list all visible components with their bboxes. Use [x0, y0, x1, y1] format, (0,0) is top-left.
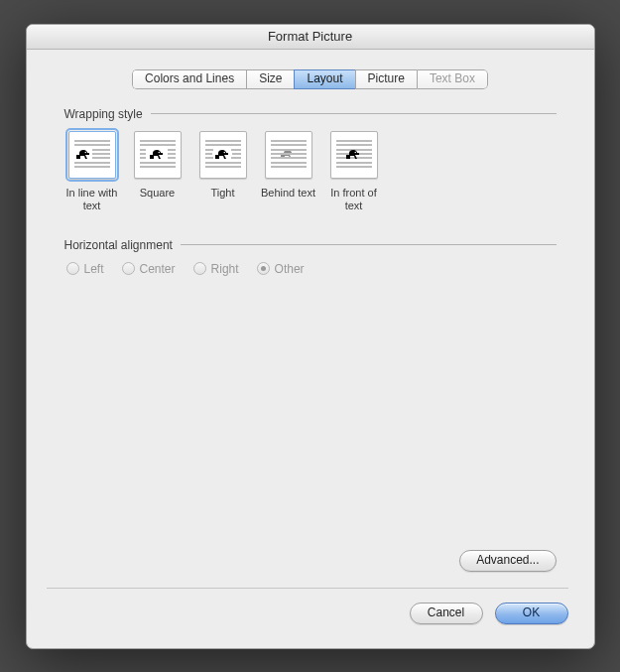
- svg-rect-15: [140, 162, 176, 164]
- tab-picture[interactable]: Picture: [355, 69, 417, 89]
- wrap-option-square[interactable]: Square: [130, 131, 186, 212]
- svg-rect-8: [140, 144, 176, 146]
- tab-layout[interactable]: Layout: [294, 69, 354, 89]
- advanced-button[interactable]: Advanced...: [459, 550, 556, 572]
- svg-rect-13: [168, 153, 176, 155]
- svg-rect-7: [140, 140, 176, 142]
- wrapping-style-title: Wrapping style: [64, 107, 143, 121]
- wrap-option-label: Tight: [210, 187, 234, 212]
- divider: [151, 113, 557, 114]
- svg-rect-2: [92, 149, 110, 151]
- svg-rect-17: [205, 140, 241, 142]
- align-left-radio: Left: [66, 262, 104, 276]
- svg-rect-38: [336, 157, 372, 159]
- align-right-radio: Right: [193, 262, 239, 276]
- wrap-front-icon: [330, 131, 378, 179]
- tab-size[interactable]: Size: [246, 69, 294, 89]
- wrap-option-behind[interactable]: Behind text: [261, 131, 316, 212]
- wrap-square-icon: [134, 131, 182, 179]
- dialog-footer: Cancel OK: [47, 588, 568, 624]
- tab-text-box: Text Box: [417, 69, 488, 89]
- radio-label: Right: [211, 262, 239, 276]
- wrap-option-in-front[interactable]: In front of text: [326, 131, 382, 212]
- titlebar: Format Picture: [27, 25, 594, 50]
- align-center-radio: Center: [122, 262, 176, 276]
- tab-colors-and-lines[interactable]: Colors and Lines: [132, 69, 246, 89]
- wrap-tight-icon: [199, 131, 247, 179]
- wrap-behind-icon: [265, 131, 312, 179]
- wrap-option-label: Square: [140, 187, 175, 212]
- align-other-radio: Other: [257, 262, 305, 276]
- svg-rect-5: [74, 162, 110, 164]
- svg-rect-1: [74, 144, 110, 146]
- wrap-option-label: In front of text: [326, 187, 382, 212]
- radio-label: Left: [84, 262, 104, 276]
- svg-rect-11: [140, 157, 146, 159]
- dialog-content: Colors and Lines Size Layout Picture Tex…: [27, 50, 594, 648]
- svg-rect-19: [205, 149, 213, 151]
- svg-rect-0: [74, 140, 110, 142]
- svg-rect-28: [271, 144, 307, 146]
- svg-rect-23: [232, 153, 241, 155]
- svg-rect-16: [140, 166, 176, 168]
- svg-rect-26: [205, 166, 241, 168]
- radio-label: Other: [275, 262, 305, 276]
- radio-label: Center: [140, 262, 176, 276]
- svg-rect-18: [205, 144, 241, 146]
- svg-rect-25: [205, 162, 241, 164]
- wrap-inline-icon: [68, 131, 116, 179]
- divider: [181, 244, 557, 245]
- svg-rect-3: [92, 153, 110, 155]
- radio-icon: [66, 262, 79, 275]
- svg-rect-34: [336, 140, 372, 142]
- cancel-button[interactable]: Cancel: [410, 603, 483, 624]
- window-title: Format Picture: [268, 29, 352, 44]
- svg-rect-30: [271, 153, 307, 155]
- wrapping-style-group: Wrapping style: [64, 107, 557, 238]
- svg-rect-29: [271, 149, 307, 151]
- svg-rect-27: [271, 140, 307, 142]
- ok-button[interactable]: OK: [495, 603, 568, 624]
- svg-rect-39: [336, 162, 372, 164]
- format-picture-dialog: Format Picture Colors and Lines Size Lay…: [26, 24, 595, 649]
- svg-rect-10: [140, 153, 146, 155]
- wrap-option-label: In line with text: [64, 187, 120, 212]
- tab-bar: Colors and Lines Size Layout Picture Tex…: [47, 69, 574, 89]
- svg-rect-24: [231, 157, 241, 159]
- horizontal-alignment-group: Horizontal alignment Left Center Right: [64, 238, 557, 276]
- svg-rect-35: [336, 144, 372, 146]
- svg-rect-12: [168, 149, 176, 151]
- svg-rect-14: [168, 157, 176, 159]
- wrap-option-tight[interactable]: Tight: [195, 131, 251, 212]
- radio-icon: [257, 262, 270, 275]
- svg-rect-32: [271, 162, 307, 164]
- svg-rect-6: [74, 166, 110, 168]
- wrap-option-inline[interactable]: In line with text: [64, 131, 120, 212]
- svg-rect-9: [140, 149, 146, 151]
- svg-rect-21: [205, 157, 213, 159]
- radio-icon: [193, 262, 206, 275]
- svg-rect-31: [271, 157, 307, 159]
- radio-icon: [122, 262, 135, 275]
- svg-rect-40: [336, 166, 372, 168]
- wrap-option-label: Behind text: [261, 187, 315, 212]
- svg-rect-20: [205, 153, 212, 155]
- svg-rect-33: [271, 166, 307, 168]
- horizontal-alignment-title: Horizontal alignment: [64, 238, 173, 252]
- svg-rect-4: [92, 157, 110, 159]
- svg-rect-22: [231, 149, 241, 151]
